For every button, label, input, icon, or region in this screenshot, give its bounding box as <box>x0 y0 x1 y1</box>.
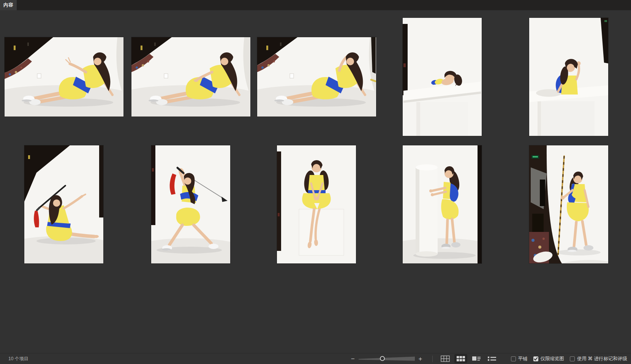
thumbnail-size-slider[interactable] <box>359 355 415 362</box>
photo-lying-armup-image <box>257 37 376 117</box>
toolbar-controls: − + 平铺仅限缩览图使用 ⌘ 进行标记和评级 <box>350 354 627 363</box>
photo-cube-sit-image <box>277 145 356 263</box>
photo-sit-sword-image <box>24 145 103 263</box>
slider-track <box>359 355 415 362</box>
thumbnail-model-emerging-from-table-hole[interactable] <box>529 18 608 136</box>
photo-table-hole-image <box>529 18 608 136</box>
thumbnail-model-lying-peace-sign[interactable] <box>5 37 123 117</box>
thumbnail-model-sitting-on-cube-crossed-legs[interactable] <box>277 145 356 263</box>
item-count: 10 个项目 <box>8 356 28 362</box>
list-view-button[interactable] <box>486 354 498 363</box>
content-grid <box>0 10 631 353</box>
toolbar-separator <box>432 356 433 362</box>
list-view-icon <box>487 355 497 362</box>
thumbnail-grid-view-icon <box>456 355 465 362</box>
thumbnail-model-hugging-paper-roll[interactable] <box>403 145 482 263</box>
thumbnail-model-resting-on-white-table[interactable] <box>403 18 482 136</box>
bridge-window: 内容 10 个项目 − + 平铺仅限缩览图使用 ⌘ 进行标记和评级 <box>0 0 631 364</box>
photo-lunge-sword-image <box>151 145 230 263</box>
details-view-icon <box>472 355 481 362</box>
thumbnail-grid-view-button[interactable] <box>454 354 467 363</box>
checkbox-group: 平铺仅限缩览图使用 ⌘ 进行标记和评级 <box>505 356 627 362</box>
thumbnail-model-lying-hand-to-head[interactable] <box>257 37 376 117</box>
checkbox-label: 使用 ⌘ 进行标记和评级 <box>577 356 627 362</box>
checkbox-item-0[interactable]: 平铺 <box>511 356 528 362</box>
checkbox-unchecked-icon[interactable] <box>570 356 575 361</box>
thumbnail-model-standing-with-golden-staff[interactable] <box>529 145 608 263</box>
panel-tab-bar: 内容 <box>0 0 631 10</box>
thumbnail-smaller-button[interactable]: − <box>350 356 356 362</box>
details-view-button[interactable] <box>470 354 483 363</box>
photo-lying-point-image <box>5 37 123 117</box>
grid-view-icon <box>441 355 450 362</box>
grid-view-button[interactable] <box>439 354 452 363</box>
photo-lying-hip-image <box>131 37 250 117</box>
check-icon <box>534 357 538 361</box>
checkbox-checked-icon[interactable] <box>533 356 538 361</box>
checkbox-item-2[interactable]: 使用 ⌘ 进行标记和评级 <box>570 356 627 362</box>
photo-staff-stand-image <box>529 145 608 263</box>
checkbox-label: 仅限缩览图 <box>541 356 565 362</box>
thumbnail-model-lunge-sword-overhead[interactable] <box>151 145 230 263</box>
status-bar: 10 个项目 − + 平铺仅限缩览图使用 ⌘ 进行标记和评级 <box>0 353 631 364</box>
thumbnail-model-lying-hand-on-hip[interactable] <box>131 37 250 117</box>
view-mode-group <box>439 354 498 363</box>
thumbnail-model-seated-sword-tassel[interactable] <box>24 145 103 263</box>
checkbox-item-1[interactable]: 仅限缩览图 <box>533 356 565 362</box>
checkbox-label: 平铺 <box>518 356 528 362</box>
checkbox-unchecked-icon[interactable] <box>511 356 516 361</box>
tab-content[interactable]: 内容 <box>0 0 17 10</box>
photo-table-lean-image <box>403 18 482 136</box>
thumbnail-larger-button[interactable]: + <box>417 356 424 362</box>
photo-roll-hug-image <box>403 145 482 263</box>
